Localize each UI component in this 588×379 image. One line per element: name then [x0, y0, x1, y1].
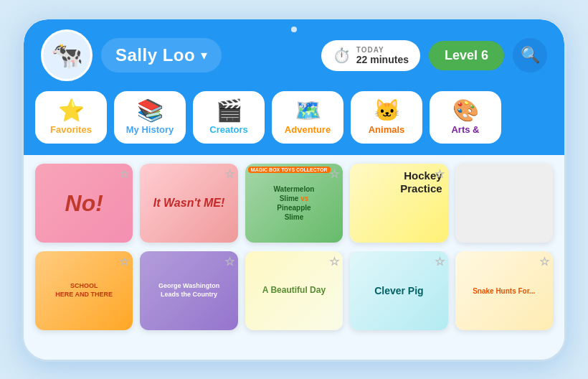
book-watermelon-top-label: MAGIC BOX TOYS COLLECTOR	[248, 167, 331, 173]
book-hockey-star: ☆	[435, 167, 445, 181]
tablet-frame: 🐄 Sally Loo ▾ ⏱️ TODAY 22 minutes Level …	[22, 17, 566, 362]
level-badge-button[interactable]: Level 6	[429, 41, 504, 70]
category-favorites[interactable]: ⭐ Favorites	[35, 91, 107, 144]
book-slot1	[455, 164, 553, 243]
book-george-title: George WashingtonLeads the Country	[158, 282, 219, 299]
book-school[interactable]: SCHOOLHERE AND THERE ☆	[35, 251, 133, 330]
timer-icon: ⏱️	[333, 47, 351, 64]
arts-icon: 🎨	[452, 100, 479, 121]
favorites-icon: ⭐	[58, 100, 85, 121]
book-watermelon[interactable]: MAGIC BOX TOYS COLLECTOR WatermelonSlime…	[245, 164, 343, 243]
category-bar: ⭐ Favorites 📚 My History 🎬 Creators 🗺️ A…	[24, 91, 564, 155]
category-adventure[interactable]: 🗺️ Adventure	[272, 91, 343, 144]
adventure-label: Adventure	[285, 124, 331, 135]
book-grid-row2: SCHOOLHERE AND THERE ☆ George Washington…	[24, 251, 564, 339]
user-name: Sally Loo	[115, 45, 195, 65]
creators-icon: 🎬	[216, 100, 242, 121]
book-school-title: SCHOOLHERE AND THERE	[55, 282, 113, 299]
book-watermelon-title: WatermelonSlime vsPineappleSlime	[274, 184, 315, 222]
book-hockey-title: HockeyPractice	[356, 169, 442, 195]
book-clever-star: ☆	[435, 255, 445, 268]
timer-today-label: TODAY	[356, 46, 409, 54]
book-george-star: ☆	[224, 255, 234, 268]
animals-icon: 🐱	[374, 100, 400, 121]
book-no-title: No!	[65, 190, 103, 217]
search-icon: 🔍	[521, 46, 540, 65]
search-button[interactable]: 🔍	[513, 38, 547, 72]
book-snake-title: Snake Hunts For...	[473, 286, 535, 296]
book-george[interactable]: George WashingtonLeads the Country ☆	[140, 251, 237, 330]
book-snake-star: ☆	[539, 255, 549, 268]
front-camera	[291, 27, 297, 32]
user-selector-button[interactable]: Sally Loo ▾	[101, 38, 222, 72]
book-wasnt-star: ☆	[224, 167, 234, 181]
book-clever[interactable]: Clever Pig ☆	[350, 251, 447, 330]
book-wasnt-title: It Wasn't ME!	[153, 197, 225, 210]
animals-label: Animals	[369, 124, 405, 135]
book-snake[interactable]: Snake Hunts For... ☆	[455, 251, 553, 330]
book-watermelon-star: ☆	[329, 167, 339, 181]
book-school-star: ☆	[119, 255, 129, 268]
favorites-label: Favorites	[50, 124, 92, 135]
book-no-star: ☆	[119, 167, 129, 181]
history-icon: 📚	[137, 100, 163, 121]
book-no[interactable]: No! ☆	[35, 164, 133, 243]
timer-minutes-value: 22 minutes	[356, 54, 409, 65]
category-history[interactable]: 📚 My History	[114, 91, 186, 144]
book-beautiful-star: ☆	[329, 255, 339, 268]
book-clever-title: Clever Pig	[374, 285, 423, 296]
book-beautiful[interactable]: A Beautiful Day ☆	[245, 251, 343, 330]
category-creators[interactable]: 🎬 Creators	[193, 91, 265, 144]
book-grid-row1: No! ☆ It Wasn't ME! ☆ MAGIC BOX TOYS COL…	[24, 155, 564, 251]
category-animals[interactable]: 🐱 Animals	[351, 91, 422, 144]
avatar-cow-icon: 🐄	[43, 31, 90, 80]
timer-badge: ⏱️ TODAY 22 minutes	[321, 40, 420, 71]
creators-label: Creators	[209, 124, 247, 135]
dropdown-arrow-icon: ▾	[201, 47, 207, 63]
tablet-inner: 🐄 Sally Loo ▾ ⏱️ TODAY 22 minutes Level …	[24, 19, 564, 360]
category-arts[interactable]: 🎨 Arts &	[430, 91, 501, 144]
history-label: My History	[126, 124, 174, 135]
avatar: 🐄	[41, 29, 93, 81]
arts-label: Arts &	[451, 124, 479, 135]
adventure-icon: 🗺️	[295, 100, 321, 121]
book-wasnt[interactable]: It Wasn't ME! ☆	[140, 164, 237, 243]
book-hockey[interactable]: HockeyPractice ☆	[350, 164, 447, 243]
book-beautiful-title: A Beautiful Day	[262, 285, 326, 296]
